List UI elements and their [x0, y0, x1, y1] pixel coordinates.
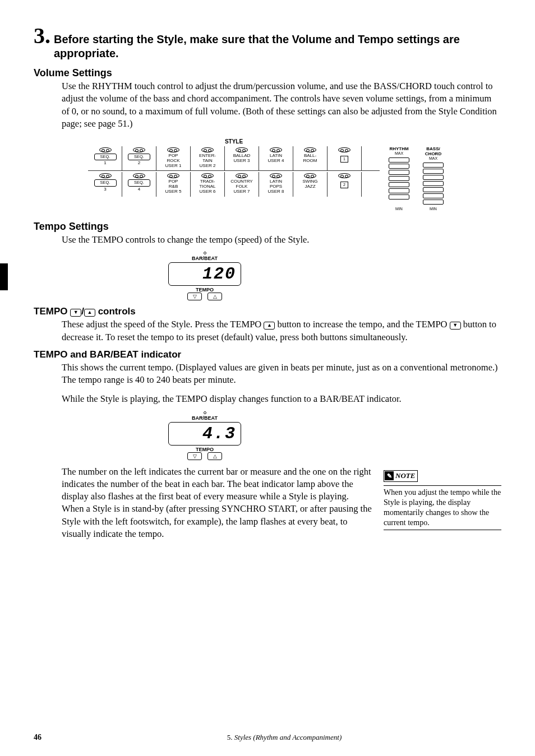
step-heading: 3. Before starting the Style, make sure … — [34, 22, 501, 61]
beat-lamp-icon — [204, 411, 206, 414]
style-label: USER 4 — [260, 159, 292, 164]
style-cell: SEQ.2 — [122, 146, 156, 170]
chapter-name: Styles (Rhythm and Accompaniment) — [234, 733, 342, 741]
led-icon — [99, 147, 112, 152]
seq-number: 1 — [89, 161, 121, 166]
note-icon: ✎ — [385, 471, 394, 480]
rhythm-max: MAX — [385, 151, 413, 155]
style-cell: SWINGJAZZ — [293, 172, 328, 196]
basschord-label: BASS/ CHORD — [419, 146, 447, 156]
style-label: USER 8 — [260, 189, 292, 194]
style-cell: TRADI-TIONALUSER 6 — [191, 172, 225, 196]
style-cell: BALLADUSER 3 — [225, 146, 259, 170]
volume-heading: Volume Settings — [34, 67, 501, 79]
seq-button: SEQ. — [94, 154, 117, 160]
style-cell: POPROCKUSER 1 — [156, 146, 191, 170]
style-cell: 2 — [328, 172, 362, 196]
style-cell: 1 — [328, 146, 362, 170]
tc-suffix: controls — [95, 306, 136, 317]
page-footer: 46 5. Styles (Rhythm and Accompaniment) — [0, 733, 535, 742]
led-icon — [167, 173, 179, 178]
tempo-down-button: ▽ — [187, 293, 202, 300]
basschord-min: MIN — [419, 207, 447, 211]
style-label: USER 6 — [191, 189, 224, 194]
page-number: 46 — [34, 733, 67, 742]
tempo-lcd-value: 120 — [168, 262, 241, 286]
barbeat-label: BAR/BEAT — [168, 415, 241, 421]
tempo-display-2: BAR/BEAT 4.3 TEMPO ▽ △ — [168, 411, 241, 460]
style-cell: LATINUSER 4 — [259, 146, 293, 170]
style-panel-diagram: STYLE SEQ.1SEQ.2POPROCKUSER 1ENTER-TAINU… — [88, 138, 447, 211]
led-icon — [201, 147, 214, 152]
rhythm-label: RHYTHM — [385, 146, 413, 151]
barbeat-label: BAR/BEAT — [168, 256, 241, 261]
bottom-body: The number on the left indicates the cur… — [62, 466, 372, 541]
led-icon — [167, 147, 179, 152]
bank-button: 2 — [340, 182, 348, 188]
seq-button: SEQ. — [128, 154, 150, 160]
step-number: 3. — [34, 22, 50, 49]
note-body: When you adjust the tempo while the Styl… — [384, 488, 501, 528]
tempo-body: Use the TEMPO controls to change the tem… — [62, 234, 501, 246]
style-label: USER 1 — [157, 164, 190, 169]
seq-number: 3 — [89, 187, 121, 192]
down-arrow-icon: ▼ — [450, 322, 461, 330]
note-box: ✎ NOTE When you adjust the tempo while t… — [384, 470, 501, 541]
style-label: USER 7 — [225, 189, 258, 194]
led-icon — [304, 147, 316, 152]
style-cell: LATINPOPSUSER 8 — [259, 172, 293, 196]
tempo-indicator-body1: This shows the current tempo. (Displayed… — [62, 361, 501, 387]
style-cell: COUNTRYFOLKUSER 7 — [225, 172, 259, 196]
chapter-num: 5. — [227, 733, 234, 741]
step-title: Before starting the Style, make sure tha… — [54, 33, 501, 61]
style-label: USER 3 — [225, 159, 258, 164]
seq-button: SEQ. — [94, 179, 117, 186]
led-icon — [236, 147, 248, 152]
tc-b1a: These adjust the speed of the Style. Pre… — [62, 319, 264, 330]
left-margin-tab — [0, 263, 8, 290]
up-arrow-icon: ▲ — [264, 322, 275, 330]
led-icon — [270, 147, 282, 152]
style-cell: SEQ.4 — [122, 172, 156, 196]
tempo-controls-body: These adjust the speed of the Style. Pre… — [62, 318, 501, 344]
led-icon — [99, 173, 112, 178]
style-cell: POPR&BUSER 5 — [156, 172, 191, 196]
tc-b1b: button to increase the tempo, and the TE… — [275, 319, 449, 330]
note-header: ✎ NOTE — [384, 470, 418, 482]
led-icon — [338, 147, 350, 152]
led-icon — [304, 173, 316, 178]
barbeat-lcd-value: 4.3 — [168, 422, 241, 446]
tempo-controls-heading: TEMPO ▼/▲ controls — [34, 306, 501, 317]
style-cell: SEQ.3 — [88, 172, 122, 196]
seq-number: 4 — [123, 187, 155, 192]
style-panel-title: STYLE — [88, 138, 447, 145]
tempo-up-button: △ — [207, 452, 222, 460]
tempo-label: TEMPO — [168, 287, 241, 293]
led-icon — [236, 173, 248, 178]
tempo-up-button: △ — [207, 293, 222, 300]
tc-prefix: TEMPO — [34, 306, 70, 317]
chapter-title: 5. Styles (Rhythm and Accompaniment) — [67, 733, 501, 742]
tempo-heading: Tempo Settings — [34, 221, 501, 233]
down-arrow-icon: ▼ — [70, 309, 81, 317]
bank-button: 1 — [340, 156, 348, 163]
style-label: USER 5 — [157, 189, 190, 194]
style-cell: ENTER-TAINUSER 2 — [191, 146, 225, 170]
led-icon — [338, 173, 350, 178]
note-label: NOTE — [395, 471, 415, 481]
style-cell: BALL-ROOM — [293, 146, 328, 170]
up-arrow-icon: ▲ — [84, 309, 95, 317]
volume-body: Use the RHYTHM touch control to adjust t… — [62, 80, 501, 130]
led-icon — [201, 173, 214, 178]
basschord-max: MAX — [419, 156, 447, 160]
beat-lamp-icon — [204, 252, 206, 254]
style-cell: SEQ.1 — [88, 146, 122, 170]
rhythm-min: MIN — [385, 207, 413, 211]
seq-button: SEQ. — [128, 179, 150, 186]
tempo-label: TEMPO — [168, 447, 241, 452]
style-label: USER 2 — [191, 164, 224, 169]
led-icon — [270, 173, 282, 178]
basschord-volume: BASS/ CHORD MAX MIN — [419, 146, 447, 211]
tempo-down-button: ▽ — [187, 452, 202, 460]
rhythm-volume: RHYTHM MAX MIN — [385, 146, 413, 211]
